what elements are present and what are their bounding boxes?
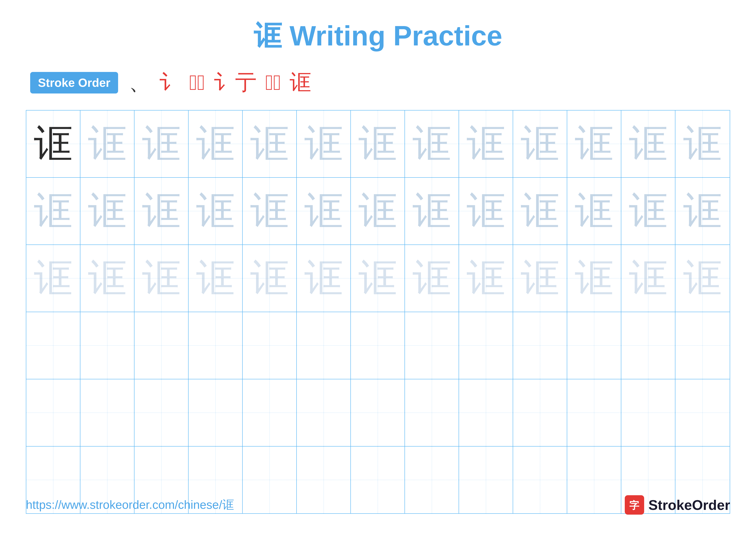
grid-cell[interactable]: 诓 [351,245,405,312]
grid-cell[interactable] [189,312,243,379]
grid-cell[interactable] [459,379,513,446]
char-light1: 诓 [304,124,343,163]
grid-cell[interactable]: 诓 [26,245,80,312]
grid-cell[interactable]: 诓 [80,178,134,244]
grid-cell[interactable]: 诓 [26,111,80,177]
grid-cell[interactable] [297,312,351,379]
grid-cell[interactable] [459,312,513,379]
char-light2: 诓 [88,259,127,298]
grid-cell[interactable]: 诓 [189,178,243,244]
grid-cell[interactable]: 诓 [297,111,351,177]
stroke-order-row: Stroke Order 、 讠 讠̄ 讠亍 诓̲ 诓 [26,68,730,97]
grid-cell[interactable]: 诓 [459,178,513,244]
grid-cell[interactable]: 诓 [80,245,134,312]
grid-cell[interactable]: 诓 [134,178,189,244]
stroke-order-badge: Stroke Order [30,72,118,93]
grid-cell[interactable] [567,312,621,379]
grid-cell[interactable]: 诓 [459,245,513,312]
char-light1: 诓 [250,192,289,231]
grid-cell[interactable] [621,312,675,379]
stroke-4: 讠亍 [214,68,257,97]
grid-cell[interactable] [134,312,189,379]
stroke-2: 讠 [159,68,180,97]
char-light1: 诓 [413,124,451,163]
grid-cell[interactable] [513,379,567,446]
grid-cell[interactable]: 诓 [405,111,459,177]
char-light1: 诓 [196,124,235,163]
grid-cell[interactable] [675,379,729,446]
grid-cell[interactable] [513,312,567,379]
char-light2: 诓 [467,259,505,298]
char-light2: 诓 [683,259,722,298]
char-light1: 诓 [521,124,559,163]
grid-cell[interactable] [621,379,675,446]
grid-cell[interactable] [351,312,405,379]
char-light1: 诓 [304,192,343,231]
char-light2: 诓 [250,259,289,298]
grid-cell[interactable]: 诓 [243,178,297,244]
grid-cell[interactable] [297,379,351,446]
grid-cell[interactable] [26,312,80,379]
grid-cell[interactable]: 诓 [134,111,189,177]
grid-cell[interactable] [405,379,459,446]
grid-cell[interactable] [26,379,80,446]
char-light2: 诓 [196,259,235,298]
grid-row-2: 诓 诓 诓 诓 诓 诓 诓 诓 诓 诓 诓 诓 诓 [26,178,730,245]
footer-url[interactable]: https://www.strokeorder.com/chinese/诓 [26,497,234,513]
grid-cell[interactable]: 诓 [675,178,729,244]
char-light1: 诓 [683,124,722,163]
grid-cell[interactable]: 诓 [351,111,405,177]
grid-cell[interactable]: 诓 [513,245,567,312]
grid-cell[interactable] [243,379,297,446]
stroke-3: 讠̄ [189,70,205,95]
grid-cell[interactable] [351,379,405,446]
grid-cell[interactable]: 诓 [567,111,621,177]
grid-cell[interactable] [80,379,134,446]
grid-cell[interactable] [189,379,243,446]
grid-cell[interactable] [405,312,459,379]
char-light1: 诓 [629,124,668,163]
grid-cell[interactable] [675,312,729,379]
grid-cell[interactable]: 诓 [189,245,243,312]
grid-cell[interactable] [80,312,134,379]
grid-cell[interactable]: 诓 [459,111,513,177]
grid-row-1: 诓 诓 诓 诓 诓 诓 诓 诓 诓 诓 诓 诓 诓 [26,111,730,178]
grid-cell[interactable]: 诓 [243,111,297,177]
strokeorder-logo-icon: 字 [625,495,644,515]
grid-cell[interactable]: 诓 [297,245,351,312]
grid-cell[interactable]: 诓 [26,178,80,244]
grid-cell[interactable]: 诓 [621,245,675,312]
grid-cell[interactable]: 诓 [297,178,351,244]
grid-cell[interactable]: 诓 [134,245,189,312]
grid-cell[interactable]: 诓 [80,111,134,177]
stroke-6: 诓 [290,68,311,97]
grid-cell[interactable]: 诓 [189,111,243,177]
char-light1: 诓 [142,124,181,163]
grid-cell[interactable]: 诓 [675,111,729,177]
grid-cell[interactable] [243,312,297,379]
grid-cell[interactable]: 诓 [405,245,459,312]
grid-cell[interactable] [134,379,189,446]
grid-cell[interactable]: 诓 [513,111,567,177]
grid-row-5 [26,379,730,446]
char-light1: 诓 [34,192,73,231]
grid-cell[interactable]: 诓 [567,178,621,244]
grid-cell[interactable]: 诓 [351,178,405,244]
char-dark: 诓 [34,124,73,163]
grid-cell[interactable]: 诓 [621,178,675,244]
char-light1: 诓 [88,192,127,231]
strokeorder-logo-text: StrokeOrder [648,497,730,513]
char-light1: 诓 [358,124,397,163]
grid-cell[interactable]: 诓 [405,178,459,244]
grid-cell[interactable]: 诓 [567,245,621,312]
grid-cell[interactable]: 诓 [621,111,675,177]
char-light1: 诓 [575,124,613,163]
grid-cell[interactable]: 诓 [243,245,297,312]
char-light2: 诓 [521,259,559,298]
char-light1: 诓 [467,124,505,163]
footer: https://www.strokeorder.com/chinese/诓 字 … [26,495,730,515]
grid-cell[interactable]: 诓 [513,178,567,244]
char-light1: 诓 [521,192,559,231]
grid-cell[interactable]: 诓 [675,245,729,312]
grid-cell[interactable] [567,379,621,446]
